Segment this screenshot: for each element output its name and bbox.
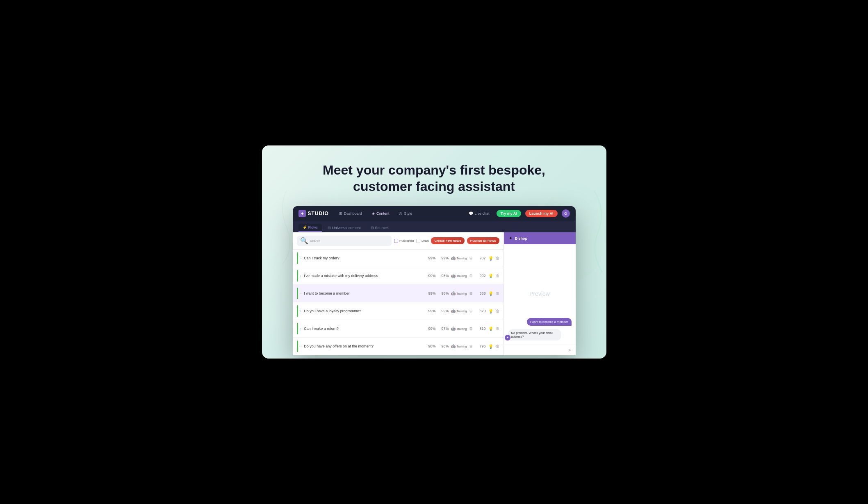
flow-list: › Can I track my order? 99% 99% 🤖 Traini… [293,250,503,355]
flow-pct1: 99% [425,291,435,295]
draft-checkbox[interactable] [416,239,420,243]
try-my-ai-button[interactable]: Try my AI [497,210,521,217]
chat-bubble-user: I want to become a member [527,318,572,326]
send-area: ➤ [504,345,576,355]
training-icon: 🤖 [451,256,456,260]
flow-row[interactable]: › Can I make a return? 99% 97% 🤖 Trainin… [293,320,503,338]
universal-content-icon: ⊞ [328,226,331,230]
chevron-icon: › [301,327,302,331]
sources-icon: ⊟ [371,226,374,230]
flow-pct2: 98% [438,291,449,295]
flow-count: 937 [475,256,486,260]
launch-my-ai-button[interactable]: Launch my AI [525,210,558,217]
flow-name: Can I make a return? [304,327,422,331]
training-icon: 🤖 [451,274,456,278]
flow-pct2: 96% [438,344,449,348]
publish-all-flows-button[interactable]: Publish all flows [467,237,499,244]
grid-icon: ⊞ [469,309,473,313]
flow-name: I want to become a member [304,291,422,295]
delete-icon[interactable]: 🗑 [496,309,499,313]
flow-count: 810 [475,327,486,331]
tab-flows[interactable]: ⚡ Flows [298,224,322,232]
tab-universal-content[interactable]: ⊞ Universal content [324,224,365,232]
bulb-icon: 💡 [488,274,493,278]
nav-item-content[interactable]: ◈ Content [369,210,392,217]
training-badge: 🤖 Training [451,256,467,260]
flow-indicator [297,305,298,317]
tab-sources[interactable]: ⊟ Sources [367,224,393,232]
app-window: ✦ STUDIO ⊞ Dashboard ◈ Content ◎ Style 💬… [293,206,576,355]
search-box[interactable]: 🔍 Search [297,236,392,246]
hero-title: Meet your company's first bespoke, custo… [303,162,565,195]
bulb-icon: 💡 [488,327,493,331]
flow-pct1: 99% [425,309,435,313]
search-icon: 🔍 [300,237,308,245]
preview-panel: ✦ E-shop Preview I want to become a memb… [504,232,576,355]
training-badge: 🤖 Training [451,291,467,295]
flow-row[interactable]: › Do you have any offers on at the momen… [293,338,503,355]
flow-count: 870 [475,309,486,313]
flow-name: Can I track my order? [304,256,422,260]
flow-pct2: 99% [438,256,449,260]
chevron-icon: › [301,274,302,278]
flow-pct1: 98% [425,344,435,348]
content-area: 🔍 Search Published Draft Create new flow… [293,232,576,355]
logo-icon: ✦ [298,210,306,217]
sub-tabs: ⚡ Flows ⊞ Universal content ⊟ Sources [293,221,576,232]
published-filter[interactable]: Published [394,239,414,243]
flow-pct2: 99% [438,309,449,313]
bulb-icon: 💡 [488,291,493,296]
flow-row[interactable]: › Do you have a loyalty programme? 99% 9… [293,302,503,320]
search-input[interactable]: Search [310,239,320,243]
draft-filter[interactable]: Draft [416,239,428,243]
dashboard-icon: ⊞ [339,211,342,216]
grid-icon: ⊞ [469,291,473,295]
grid-icon: ⊞ [469,344,473,348]
eshop-header: ✦ E-shop [504,232,576,244]
eshop-icon: ✦ [509,236,513,241]
training-icon: 🤖 [451,309,456,313]
flows-icon: ⚡ [303,225,307,229]
logo-area: ✦ STUDIO [298,210,329,217]
app-header: ✦ STUDIO ⊞ Dashboard ◈ Content ◎ Style 💬… [293,206,576,221]
delete-icon[interactable]: 🗑 [496,274,499,278]
flow-pct1: 99% [425,256,435,260]
nav-item-style[interactable]: ◎ Style [396,210,415,217]
delete-icon[interactable]: 🗑 [496,327,499,331]
send-icon[interactable]: ➤ [568,347,572,353]
flow-pct2: 97% [438,327,449,331]
training-badge: 🤖 Training [451,274,467,278]
flow-row[interactable]: › I've made a mistake with my delivery a… [293,267,503,285]
flow-name: Do you have a loyalty programme? [304,309,422,313]
chevron-icon: › [301,257,302,260]
flow-row[interactable]: › I want to become a member 99% 98% 🤖 Tr… [293,285,503,302]
logo-text: STUDIO [308,211,329,216]
style-icon: ◎ [399,211,402,216]
published-checkbox[interactable] [394,239,398,243]
flow-name: Do you have any offers on at the moment? [304,344,422,348]
live-chat-button[interactable]: 💬 Live chat [466,210,492,217]
delete-icon[interactable]: 🗑 [496,256,499,260]
flow-pct1: 99% [425,327,435,331]
chevron-icon: › [301,292,302,295]
flow-indicator [297,270,298,282]
flow-pct1: 99% [425,274,435,278]
flow-name: I've made a mistake with my delivery add… [304,274,422,278]
training-icon: 🤖 [451,327,456,331]
eshop-label: E-shop [515,236,528,241]
nav-item-dashboard[interactable]: ⊞ Dashboard [336,210,365,217]
preview-area: Preview I want to become a member ✦ No p… [504,244,576,345]
training-icon: 🤖 [451,291,456,295]
delete-icon[interactable]: 🗑 [496,291,499,295]
avatar[interactable]: G [562,209,570,218]
preview-label: Preview [529,291,550,297]
delete-icon[interactable]: 🗑 [496,344,499,348]
bot-avatar: ✦ [505,335,510,341]
flow-row[interactable]: › Can I track my order? 99% 99% 🤖 Traini… [293,250,503,267]
grid-icon: ⊞ [469,256,473,260]
flow-count: 902 [475,274,486,278]
flow-indicator [297,341,298,352]
create-new-flows-button[interactable]: Create new flows [431,237,464,244]
training-badge: 🤖 Training [451,344,467,348]
filter-bar: 🔍 Search Published Draft Create new flow… [293,232,503,250]
